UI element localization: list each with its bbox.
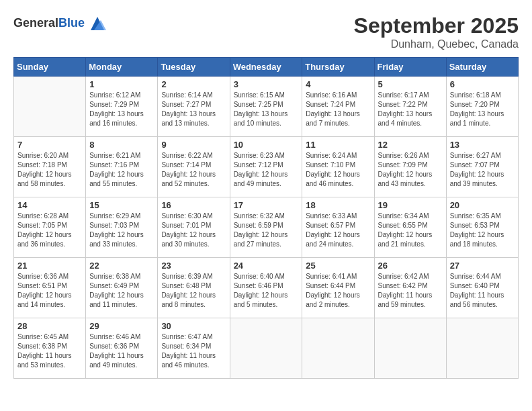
calendar-cell: 7Sunrise: 6:20 AMSunset: 7:18 PMDaylight…: [14, 137, 86, 197]
calendar-cell: 18Sunrise: 6:33 AMSunset: 6:57 PMDayligh…: [302, 197, 374, 258]
day-number: 13: [450, 140, 515, 150]
day-number: 12: [378, 140, 443, 150]
calendar-cell: 5Sunrise: 6:17 AMSunset: 7:22 PMDaylight…: [374, 77, 446, 137]
calendar-cell: 13Sunrise: 6:27 AMSunset: 7:07 PMDayligh…: [446, 137, 518, 197]
day-info: Sunrise: 6:30 AMSunset: 7:01 PMDaylight:…: [161, 212, 226, 249]
logo-icon: [87, 13, 107, 34]
logo-general-text: General: [13, 16, 58, 30]
calendar-cell: [14, 77, 86, 137]
week-row: 28Sunrise: 6:45 AMSunset: 6:38 PMDayligh…: [14, 318, 519, 379]
calendar-header-row: SundayMondayTuesdayWednesdayThursdayFrid…: [14, 58, 519, 77]
day-info: Sunrise: 6:17 AMSunset: 7:22 PMDaylight:…: [378, 91, 443, 128]
calendar-cell: 21Sunrise: 6:36 AMSunset: 6:51 PMDayligh…: [14, 258, 86, 318]
day-number: 22: [89, 261, 154, 271]
title-block: September 2025 Dunham, Quebec, Canada: [354, 13, 519, 50]
day-of-week-header: Saturday: [446, 58, 518, 77]
calendar-cell: 10Sunrise: 6:23 AMSunset: 7:12 PMDayligh…: [230, 137, 302, 197]
calendar-cell: [446, 318, 518, 379]
calendar-cell: 24Sunrise: 6:40 AMSunset: 6:46 PMDayligh…: [230, 258, 302, 318]
week-row: 21Sunrise: 6:36 AMSunset: 6:51 PMDayligh…: [14, 258, 519, 318]
day-number: 3: [234, 79, 299, 89]
day-number: 18: [306, 200, 370, 210]
day-info: Sunrise: 6:16 AMSunset: 7:24 PMDaylight:…: [306, 91, 370, 128]
day-info: Sunrise: 6:29 AMSunset: 7:03 PMDaylight:…: [89, 212, 154, 249]
day-number: 16: [161, 200, 226, 210]
calendar-cell: 20Sunrise: 6:35 AMSunset: 6:53 PMDayligh…: [446, 197, 518, 258]
day-info: Sunrise: 6:32 AMSunset: 6:59 PMDaylight:…: [234, 212, 299, 249]
day-number: 9: [161, 140, 226, 150]
day-info: Sunrise: 6:21 AMSunset: 7:16 PMDaylight:…: [89, 151, 154, 189]
calendar-cell: 3Sunrise: 6:15 AMSunset: 7:25 PMDaylight…: [230, 77, 302, 137]
day-number: 11: [306, 140, 370, 150]
day-info: Sunrise: 6:35 AMSunset: 6:53 PMDaylight:…: [450, 212, 515, 249]
day-number: 24: [234, 261, 299, 271]
day-info: Sunrise: 6:41 AMSunset: 6:44 PMDaylight:…: [306, 272, 370, 310]
day-number: 26: [378, 261, 443, 271]
day-number: 4: [306, 79, 370, 89]
day-info: Sunrise: 6:28 AMSunset: 7:05 PMDaylight:…: [17, 212, 82, 249]
day-info: Sunrise: 6:40 AMSunset: 6:46 PMDaylight:…: [234, 272, 299, 310]
day-number: 27: [450, 261, 515, 271]
page-header: GeneralBlue September 2025 Dunham, Quebe…: [13, 13, 519, 50]
day-info: Sunrise: 6:38 AMSunset: 6:49 PMDaylight:…: [89, 272, 154, 310]
day-of-week-header: Tuesday: [158, 58, 230, 77]
day-info: Sunrise: 6:34 AMSunset: 6:55 PMDaylight:…: [378, 212, 443, 249]
calendar-cell: 27Sunrise: 6:44 AMSunset: 6:40 PMDayligh…: [446, 258, 518, 318]
calendar-cell: 1Sunrise: 6:12 AMSunset: 7:29 PMDaylight…: [86, 77, 158, 137]
day-number: 15: [89, 200, 154, 210]
day-of-week-header: Sunday: [14, 58, 86, 77]
day-info: Sunrise: 6:14 AMSunset: 7:27 PMDaylight:…: [161, 91, 226, 128]
calendar-cell: 6Sunrise: 6:18 AMSunset: 7:20 PMDaylight…: [446, 77, 518, 137]
calendar-cell: 2Sunrise: 6:14 AMSunset: 7:27 PMDaylight…: [158, 77, 230, 137]
calendar-cell: 12Sunrise: 6:26 AMSunset: 7:09 PMDayligh…: [374, 137, 446, 197]
calendar-cell: 14Sunrise: 6:28 AMSunset: 7:05 PMDayligh…: [14, 197, 86, 258]
logo: GeneralBlue: [13, 13, 107, 34]
day-number: 23: [161, 261, 226, 271]
day-number: 19: [378, 200, 443, 210]
calendar-cell: 26Sunrise: 6:42 AMSunset: 6:42 PMDayligh…: [374, 258, 446, 318]
location-title: Dunham, Quebec, Canada: [354, 38, 519, 50]
week-row: 7Sunrise: 6:20 AMSunset: 7:18 PMDaylight…: [14, 137, 519, 197]
day-of-week-header: Wednesday: [230, 58, 302, 77]
calendar-cell: 17Sunrise: 6:32 AMSunset: 6:59 PMDayligh…: [230, 197, 302, 258]
week-row: 1Sunrise: 6:12 AMSunset: 7:29 PMDaylight…: [14, 77, 519, 137]
calendar-cell: [302, 318, 374, 379]
calendar-cell: 29Sunrise: 6:46 AMSunset: 6:36 PMDayligh…: [86, 318, 158, 379]
day-info: Sunrise: 6:47 AMSunset: 6:34 PMDaylight:…: [161, 332, 226, 370]
calendar-table: SundayMondayTuesdayWednesdayThursdayFrid…: [13, 57, 519, 379]
day-number: 29: [89, 321, 154, 331]
day-of-week-header: Thursday: [302, 58, 374, 77]
calendar-cell: 4Sunrise: 6:16 AMSunset: 7:24 PMDaylight…: [302, 77, 374, 137]
calendar-cell: 16Sunrise: 6:30 AMSunset: 7:01 PMDayligh…: [158, 197, 230, 258]
day-number: 6: [450, 79, 515, 89]
calendar-cell: 9Sunrise: 6:22 AMSunset: 7:14 PMDaylight…: [158, 137, 230, 197]
calendar-cell: [374, 318, 446, 379]
day-number: 8: [89, 140, 154, 150]
day-info: Sunrise: 6:20 AMSunset: 7:18 PMDaylight:…: [17, 151, 82, 189]
day-info: Sunrise: 6:33 AMSunset: 6:57 PMDaylight:…: [306, 212, 370, 249]
day-info: Sunrise: 6:36 AMSunset: 6:51 PMDaylight:…: [17, 272, 82, 310]
day-info: Sunrise: 6:39 AMSunset: 6:48 PMDaylight:…: [161, 272, 226, 310]
day-number: 5: [378, 79, 443, 89]
day-info: Sunrise: 6:23 AMSunset: 7:12 PMDaylight:…: [234, 151, 299, 189]
day-info: Sunrise: 6:18 AMSunset: 7:20 PMDaylight:…: [450, 91, 515, 128]
day-number: 28: [17, 321, 82, 331]
month-title: September 2025: [354, 13, 519, 38]
logo-blue-text: Blue: [58, 16, 85, 30]
day-number: 30: [161, 321, 226, 331]
day-number: 7: [17, 140, 82, 150]
calendar-cell: 30Sunrise: 6:47 AMSunset: 6:34 PMDayligh…: [158, 318, 230, 379]
day-number: 14: [17, 200, 82, 210]
calendar-cell: 25Sunrise: 6:41 AMSunset: 6:44 PMDayligh…: [302, 258, 374, 318]
calendar-cell: 8Sunrise: 6:21 AMSunset: 7:16 PMDaylight…: [86, 137, 158, 197]
day-info: Sunrise: 6:46 AMSunset: 6:36 PMDaylight:…: [89, 332, 154, 370]
day-info: Sunrise: 6:22 AMSunset: 7:14 PMDaylight:…: [161, 151, 226, 189]
calendar-cell: 22Sunrise: 6:38 AMSunset: 6:49 PMDayligh…: [86, 258, 158, 318]
day-info: Sunrise: 6:26 AMSunset: 7:09 PMDaylight:…: [378, 151, 443, 189]
calendar-cell: 11Sunrise: 6:24 AMSunset: 7:10 PMDayligh…: [302, 137, 374, 197]
calendar-cell: 23Sunrise: 6:39 AMSunset: 6:48 PMDayligh…: [158, 258, 230, 318]
day-number: 1: [89, 79, 154, 89]
day-number: 21: [17, 261, 82, 271]
day-info: Sunrise: 6:12 AMSunset: 7:29 PMDaylight:…: [89, 91, 154, 128]
day-info: Sunrise: 6:15 AMSunset: 7:25 PMDaylight:…: [234, 91, 299, 128]
